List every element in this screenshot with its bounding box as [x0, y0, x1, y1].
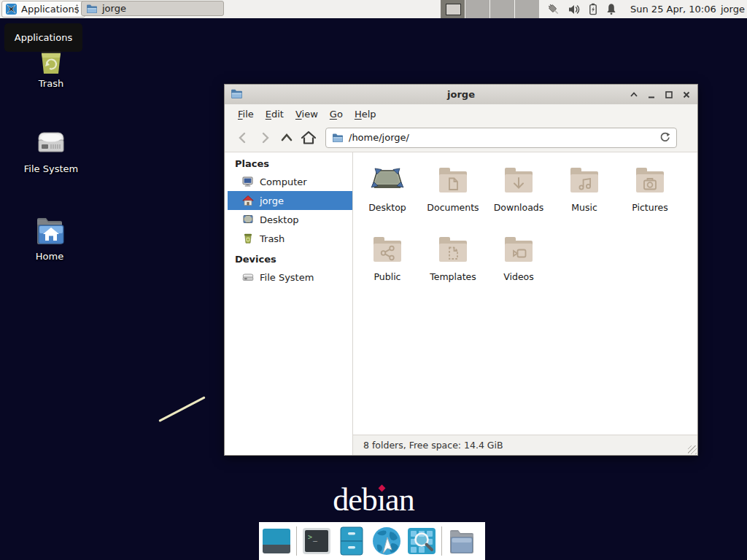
svg-text:_: _ — [313, 533, 318, 542]
path-input[interactable]: /home/jorge/ — [349, 132, 654, 143]
desktop-icon-label: Home — [15, 251, 85, 262]
menu-go[interactable]: Go — [324, 106, 349, 122]
hard-drive-icon — [34, 125, 69, 160]
applications-menu-button[interactable]: Applications — [1, 1, 85, 18]
workspace-switcher[interactable] — [441, 0, 540, 18]
sidebar-item-trash[interactable]: Trash — [225, 229, 352, 248]
reload-icon[interactable] — [659, 132, 670, 143]
sidebar-item-label: Desktop — [260, 214, 299, 225]
web-browser-globe-icon — [371, 526, 402, 556]
sidebar-item-jorge[interactable]: jorge — [228, 191, 352, 210]
public-folder-icon — [370, 232, 405, 267]
forward-button[interactable] — [254, 127, 276, 149]
folder-label: Desktop — [368, 202, 406, 213]
svg-text:>: > — [308, 533, 312, 541]
applications-label: Applications — [21, 4, 79, 15]
computer-icon — [242, 176, 254, 187]
sidebar-places-header: Places — [225, 152, 352, 172]
desktop-icon-home[interactable]: Home — [15, 213, 85, 262]
dock-directory-menu-button[interactable] — [444, 527, 479, 555]
folder-item-videos[interactable]: Videos — [486, 232, 551, 301]
dock-terminal-button[interactable]: > _ — [299, 527, 334, 555]
folder-item-documents[interactable]: Documents — [420, 163, 486, 232]
file-cabinet-icon — [340, 526, 363, 556]
dock-web-browser-button[interactable] — [369, 526, 404, 556]
statusbar-text: 8 folders, Free space: 14.4 GiB — [363, 440, 503, 451]
folder-label: Templates — [430, 271, 476, 282]
folder-item-templates[interactable]: Templates — [420, 232, 486, 301]
home-button[interactable] — [298, 127, 320, 149]
menu-help[interactable]: Help — [349, 106, 382, 122]
folder-item-pictures[interactable]: Pictures — [617, 163, 683, 232]
sidebar-item-label: Trash — [260, 233, 285, 244]
volume-icon[interactable] — [568, 4, 581, 15]
up-button[interactable] — [276, 127, 298, 149]
hard-drive-icon — [242, 271, 254, 283]
folder-item-music[interactable]: Music — [551, 163, 617, 232]
maximize-button[interactable] — [664, 90, 674, 100]
tooltip-text: Applications — [15, 32, 72, 43]
close-button[interactable] — [681, 90, 692, 100]
battery-icon[interactable] — [588, 3, 598, 15]
minimize-button[interactable] — [646, 90, 657, 100]
folder-item-desktop[interactable]: Desktop — [355, 163, 420, 232]
shade-button[interactable] — [629, 90, 639, 100]
desktop: Applications jorge — [0, 0, 747, 560]
notifications-bell-icon[interactable] — [605, 3, 617, 15]
dock-file-manager-button[interactable] — [334, 526, 369, 556]
home-folder-icon — [32, 213, 67, 248]
toolbar: /home/jorge/ — [225, 123, 697, 152]
workspace-3[interactable] — [490, 0, 515, 18]
statusbar: 8 folders, Free space: 14.4 GiB — [353, 435, 697, 455]
top-panel: Applications jorge — [0, 0, 747, 18]
system-tray — [547, 0, 617, 18]
folder-item-downloads[interactable]: Downloads — [486, 163, 551, 232]
panel-handle[interactable] — [75, 3, 79, 15]
show-desktop-icon — [261, 527, 292, 555]
debian-logo: debıan — [0, 481, 747, 518]
folder-label: Downloads — [494, 202, 544, 213]
resize-grip[interactable] — [688, 446, 697, 454]
workspace-2[interactable] — [465, 0, 490, 18]
documents-folder-icon — [436, 163, 471, 198]
desktop-icon — [242, 214, 254, 225]
folder-grid: Desktop Documents — [355, 163, 690, 301]
clock-text: Sun 25 Apr, 10:06 — [630, 4, 716, 15]
dock-show-desktop-button[interactable] — [259, 527, 294, 555]
desktop-icon-filesystem[interactable]: File System — [16, 125, 86, 174]
pathbar[interactable]: /home/jorge/ — [325, 128, 677, 148]
clock[interactable]: Sun 25 Apr, 10:06 — [630, 0, 716, 18]
menu-view[interactable]: View — [290, 106, 324, 122]
folder-icon — [86, 4, 98, 14]
desktop-icon-label: File System — [16, 163, 86, 174]
taskbar-window-label: jorge — [102, 3, 126, 14]
user-menu[interactable]: jorge — [721, 0, 745, 18]
xfce-logo-icon — [5, 3, 18, 15]
videos-folder-icon — [501, 232, 536, 267]
sidebar-item-desktop[interactable]: Desktop — [225, 210, 352, 229]
folder-view[interactable]: Desktop Documents — [353, 152, 697, 435]
workspace-1[interactable] — [441, 0, 465, 18]
menu-file[interactable]: File — [232, 106, 260, 122]
home-icon — [242, 195, 254, 206]
path-folder-icon — [332, 133, 344, 143]
sidebar-item-computer[interactable]: Computer — [225, 172, 352, 191]
taskbar-window-button[interactable]: jorge — [81, 1, 224, 16]
folder-label: Videos — [503, 271, 534, 282]
network-icon[interactable] — [547, 3, 561, 16]
back-button[interactable] — [232, 127, 254, 149]
folder-item-public[interactable]: Public — [355, 232, 420, 301]
menu-edit[interactable]: Edit — [260, 106, 290, 122]
sidebar-item-file-system[interactable]: File System — [225, 268, 352, 287]
folder-label: Pictures — [632, 202, 668, 213]
sidebar-item-label: jorge — [260, 195, 284, 206]
workspace-4[interactable] — [515, 0, 540, 18]
templates-folder-icon — [436, 232, 471, 267]
sidebar-item-label: Computer — [260, 176, 307, 187]
paint-stroke-artifact — [158, 396, 205, 421]
directory-folder-icon — [447, 527, 476, 555]
workspace-window-preview — [446, 4, 461, 15]
titlebar[interactable]: jorge — [225, 85, 697, 105]
dock-app-finder-button[interactable] — [404, 527, 439, 555]
sidebar-item-label: File System — [260, 272, 314, 283]
